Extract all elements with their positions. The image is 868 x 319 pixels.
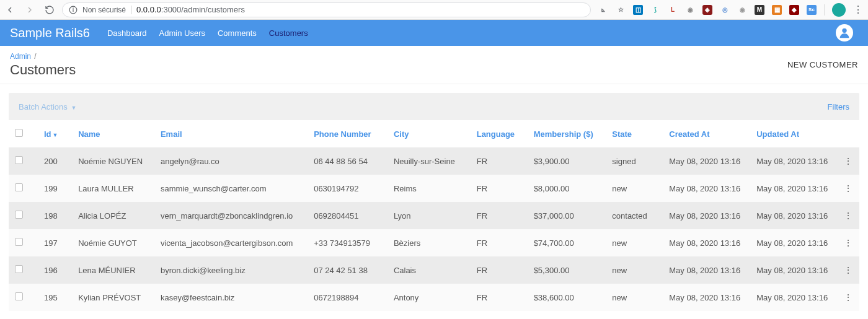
ext-grey-icon[interactable]: ◉	[737, 5, 747, 15]
cell-created: May 08, 2020 13:16	[663, 175, 750, 202]
col-city[interactable]: City	[388, 120, 471, 147]
nav-dashboard[interactable]: Dashboard	[107, 28, 147, 38]
reload-icon[interactable]	[45, 5, 55, 15]
cell-city: Neuilly-sur-Seine	[388, 147, 471, 175]
batch-actions-button[interactable]: Batch Actions ▼	[19, 102, 76, 111]
nav-comments[interactable]: Comments	[218, 28, 257, 38]
row-menu-icon[interactable]: ⋮	[844, 265, 852, 275]
ext-teal-icon[interactable]: ⟆	[650, 5, 660, 15]
row-menu-icon[interactable]: ⋮	[844, 238, 852, 248]
breadcrumb: Admin /	[10, 52, 76, 61]
col-updated[interactable]: Updated At	[750, 120, 838, 147]
url-bar[interactable]: Non sécurisé 0.0.0.0:3000/admin/customer…	[62, 2, 591, 17]
table-row: 200Noémie NGUYENangelyn@rau.co06 44 88 5…	[9, 147, 859, 175]
back-icon[interactable]	[5, 5, 15, 15]
cell-created: May 08, 2020 13:16	[663, 147, 750, 175]
row-menu-icon[interactable]: ⋮	[844, 156, 852, 166]
panel: Batch Actions ▼ Filters Id▼ Name Email P…	[9, 93, 859, 311]
url-text: 0.0.0.0:3000/admin/customers	[136, 5, 245, 14]
new-customer-button[interactable]: NEW CUSTOMER	[787, 60, 858, 69]
panel-toolbar: Batch Actions ▼ Filters	[9, 93, 859, 120]
col-language[interactable]: Language	[471, 120, 528, 147]
cell-membership: $8,000.00	[528, 175, 606, 202]
cell-phone: 0630194792	[308, 175, 388, 202]
page-title: Customers	[10, 62, 76, 78]
cell-created: May 08, 2020 13:16	[663, 256, 750, 284]
cell-name: Alicia LOPÉZ	[72, 202, 154, 229]
cell-phone: 06 44 88 56 54	[308, 147, 388, 175]
extension-icons: ⦝ ☆ ◫ ⟆ L ◉ ◈ ◎ ◉ M ▦ ◆ Sc ⋮	[598, 3, 863, 17]
translate-icon[interactable]: ⦝	[598, 5, 608, 15]
nav-customers[interactable]: Customers	[269, 28, 308, 38]
filters-button[interactable]: Filters	[828, 102, 849, 111]
select-all-checkbox[interactable]	[15, 129, 23, 137]
cell-id: 196	[38, 256, 72, 284]
cell-id: 195	[38, 284, 72, 311]
col-membership[interactable]: Membership ($)	[528, 120, 606, 147]
ext-camera-icon[interactable]: ◉	[685, 5, 695, 15]
col-phone[interactable]: Phone Number	[308, 120, 388, 147]
cell-city: Calais	[388, 256, 471, 284]
cell-id: 197	[38, 229, 72, 256]
col-id[interactable]: Id▼	[38, 120, 72, 147]
cell-language: FR	[471, 147, 528, 175]
user-menu-icon[interactable]	[836, 24, 853, 42]
cell-created: May 08, 2020 13:16	[663, 229, 750, 256]
row-checkbox[interactable]	[15, 183, 23, 191]
table-header-row: Id▼ Name Email Phone Number City Languag…	[9, 120, 859, 147]
forward-icon[interactable]	[25, 5, 35, 15]
breadcrumb-root[interactable]: Admin	[10, 52, 31, 61]
ext-trello-icon[interactable]: ◫	[633, 5, 643, 15]
row-checkbox[interactable]	[15, 211, 23, 219]
nav-links: Dashboard Admin Users Comments Customers	[107, 28, 308, 38]
ext-orange-icon[interactable]: ▦	[772, 5, 782, 15]
cell-id: 199	[38, 175, 72, 202]
nav-admin-users[interactable]: Admin Users	[159, 28, 205, 38]
insecure-label: Non sécurisé	[82, 6, 126, 14]
col-email[interactable]: Email	[154, 120, 308, 147]
row-checkbox[interactable]	[15, 292, 23, 300]
batch-actions-label: Batch Actions	[19, 102, 68, 111]
brand[interactable]: Sample Rails6	[10, 26, 90, 40]
cell-email: byron.dicki@keeling.biz	[154, 256, 308, 284]
ext-shield-icon[interactable]: ◈	[702, 5, 712, 15]
table-row: 199Laura MULLERsammie_wunsch@carter.com0…	[9, 175, 859, 202]
cell-state: new	[606, 229, 663, 256]
ext-l-icon[interactable]: L	[668, 5, 678, 15]
row-menu-icon[interactable]: ⋮	[844, 292, 852, 302]
row-menu-icon[interactable]: ⋮	[844, 183, 852, 193]
browser-chrome: Non sécurisé 0.0.0.0:3000/admin/customer…	[0, 0, 868, 20]
ext-m-icon[interactable]: M	[755, 5, 764, 15]
table-row: 195Kylian PRÉVOSTkasey@feestcain.biz0672…	[9, 284, 859, 311]
cell-updated: May 08, 2020 13:16	[750, 147, 838, 175]
cell-name: Kylian PRÉVOST	[72, 284, 154, 311]
browser-menu-icon[interactable]: ⋮	[853, 4, 863, 15]
cell-name: Lena MÉUNIER	[72, 256, 154, 284]
cell-membership: $37,000.00	[528, 202, 606, 229]
ext-sc-icon[interactable]: Sc	[807, 5, 817, 15]
cell-phone: 0692804451	[308, 202, 388, 229]
col-name[interactable]: Name	[72, 120, 154, 147]
cell-city: Bèziers	[388, 229, 471, 256]
col-state[interactable]: State	[606, 120, 663, 147]
cell-city: Reims	[388, 175, 471, 202]
profile-avatar-icon[interactable]	[832, 3, 846, 17]
table-row: 198Alicia LOPÉZvern_marquardt@zboncaklin…	[9, 202, 859, 229]
svg-point-2	[73, 7, 74, 8]
row-checkbox[interactable]	[15, 238, 23, 246]
cell-state: signed	[606, 147, 663, 175]
row-checkbox[interactable]	[15, 156, 23, 164]
col-created[interactable]: Created At	[663, 120, 750, 147]
breadcrumb-sep: /	[34, 52, 36, 61]
ext-separator	[824, 4, 825, 15]
star-icon[interactable]: ☆	[616, 5, 626, 15]
table-row: 196Lena MÉUNIERbyron.dicki@keeling.biz07…	[9, 256, 859, 284]
row-checkbox[interactable]	[15, 265, 23, 273]
cell-email: kasey@feestcain.biz	[154, 284, 308, 311]
cell-phone: 07 24 42 51 38	[308, 256, 388, 284]
row-menu-icon[interactable]: ⋮	[844, 211, 852, 221]
ext-ruby-icon[interactable]: ◆	[789, 5, 799, 15]
ext-globe-icon[interactable]: ◎	[720, 5, 730, 15]
cell-state: new	[606, 256, 663, 284]
cell-id: 198	[38, 202, 72, 229]
